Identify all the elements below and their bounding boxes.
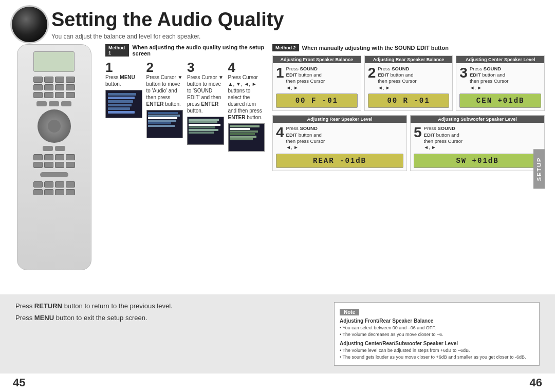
remote-btn	[44, 92, 53, 98]
remote-btn	[66, 84, 75, 90]
page-numbers: 45 46	[0, 374, 555, 392]
page-title: Setting the Audio Quality	[51, 9, 540, 31]
remote-btn	[66, 181, 75, 188]
remote-btn	[55, 181, 64, 188]
bottom-left: Press RETURN button to return to the pre…	[15, 302, 319, 366]
adjust-sub-level: Adjusting Subwoofer Speaker Level 5 Pres…	[410, 115, 545, 171]
adjust-rear-balance: Adjusting Rear Speaker Balance 2 Press S…	[364, 55, 453, 111]
remote-buttons-extra	[33, 181, 75, 195]
method1-section: Method 1 When adjusting the audio qualit…	[105, 44, 265, 294]
step-4: 4 Press Cursor ▲, ▼, ◄, ► buttons to sel…	[228, 61, 265, 152]
adjust-front-balance: Adjusting Front Speaker Balance 1 Press …	[272, 55, 361, 111]
step-2: 2 Press Cursor ▼ button to move to 'Audi…	[146, 61, 183, 152]
main-content: Method 1 When adjusting the audio qualit…	[0, 44, 555, 294]
remote-btn-sm	[55, 146, 65, 151]
step-2-m2: 2	[368, 66, 376, 80]
remote-btn	[55, 92, 64, 98]
bottom-adjust-grid: Adjusting Rear Speaker Level 4 Press SOU…	[272, 115, 545, 171]
method1-header: Method 1 When adjusting the audio qualit…	[105, 44, 265, 57]
note-bullet-2-1: • The volume level can be adjusted in st…	[340, 347, 534, 354]
note-title-1: Adjusting Front/Rear Speaker Balance	[340, 318, 534, 324]
remote-small-btn	[36, 101, 47, 106]
display-sub: SW +01dB	[414, 154, 541, 168]
step-1-m2: 1	[276, 66, 284, 80]
remote-btn	[55, 189, 64, 195]
remote-btn	[33, 189, 43, 195]
adjust-rear-level-header: Adjusting Rear Speaker Level	[273, 116, 406, 123]
step-4-screen	[228, 123, 265, 152]
method1-content: 1 Press MENU button.	[105, 61, 265, 152]
step-3-number: 3	[187, 60, 194, 75]
remote-btn	[55, 84, 64, 90]
adjust-sub-level-header: Adjusting Subwoofer Speaker Level	[411, 116, 544, 123]
bottom-area: Press RETURN button to return to the pre…	[0, 294, 555, 374]
remote-buttons-bottom	[33, 154, 75, 168]
adjust-center-level: Adjusting Center Speaker Level 3 Press S…	[456, 55, 545, 111]
page-header: Setting the Audio Quality You can adjust…	[0, 0, 555, 44]
remote-buttons-top	[33, 77, 75, 98]
adjust-center-level-header: Adjusting Center Speaker Level	[456, 56, 544, 63]
note-bullet-1-2: • The volume decreases as you move close…	[340, 331, 534, 338]
step-3-m2: 3	[459, 66, 468, 80]
remote-btn	[44, 162, 53, 168]
setup-tab: SETUP	[533, 150, 545, 189]
return-text: Press RETURN button to return to the pre…	[15, 302, 319, 310]
remote-btn	[66, 92, 75, 98]
remote-nav-center	[48, 120, 61, 133]
display-rear-bal: 00 R -01	[368, 94, 450, 108]
remote-btn	[33, 162, 43, 168]
methods-area: Method 1 When adjusting the audio qualit…	[105, 44, 545, 294]
step-1-number: 1	[105, 60, 113, 75]
logo	[10, 5, 49, 44]
page-num-right: 46	[530, 376, 542, 389]
step-5-m2: 5	[414, 125, 422, 140]
top-adjust-grid: Adjusting Front Speaker Balance 1 Press …	[272, 55, 545, 111]
remote-panel	[10, 44, 98, 294]
remote-btn	[66, 189, 75, 195]
method2-section: Method 2 When manually adjusting with th…	[272, 44, 545, 294]
adjust-front-balance-header: Adjusting Front Speaker Balance	[273, 56, 361, 63]
adjust-front-text: Press SOUNDEDIT button andthen press Cur…	[286, 66, 358, 91]
display-rear-level: REAR -01dB	[276, 154, 403, 168]
remote-btn	[44, 189, 53, 195]
adjust-rear-text: Press SOUNDEDIT button andthen press Cur…	[378, 66, 449, 91]
adjust-rear-level: Adjusting Rear Speaker Level 4 Press SOU…	[272, 115, 407, 171]
remote-image	[17, 44, 91, 270]
remote-btn-sm	[43, 146, 53, 151]
page-num-left: 45	[13, 376, 25, 389]
page: Setting the Audio Quality You can adjust…	[0, 0, 555, 392]
method2-header: Method 2 When manually adjusting with th…	[272, 44, 545, 51]
page-subtitle: You can adjust the balance and level for…	[51, 33, 540, 40]
remote-btn	[44, 154, 53, 160]
remote-btn	[55, 77, 64, 83]
remote-btn	[33, 92, 43, 98]
step-4-m2: 4	[276, 125, 284, 140]
remote-btn	[33, 181, 43, 188]
remote-btn	[44, 77, 53, 83]
note-bullet-2-2: • The sound gets louder as you move clos…	[340, 354, 534, 361]
remote-small-btn	[61, 101, 71, 106]
remote-row	[36, 101, 71, 106]
remote-btn	[66, 154, 75, 160]
note-header: Note	[340, 309, 359, 315]
remote-nav	[38, 109, 71, 143]
remote-btn	[33, 84, 43, 90]
step-2-number: 2	[146, 60, 154, 75]
remote-btn	[55, 162, 64, 168]
step-4-text: Press Cursor ▲, ▼, ◄, ► buttons to selec…	[228, 74, 265, 121]
remote-btn	[55, 154, 64, 160]
step-3-screen	[187, 117, 224, 145]
note-title-2: Adjusting Center/Rear/Subwoofer Speaker …	[340, 341, 534, 346]
method1-badge: Method 1	[105, 44, 129, 57]
remote-row2	[43, 146, 65, 151]
remote-btn	[66, 162, 75, 168]
step-1-screen	[105, 90, 142, 118]
step-2-screen	[146, 110, 183, 138]
adjust-center-text: Press SOUNDEDIT button andthen press Cur…	[470, 66, 541, 91]
method2-title: When manually adjusting with the SOUND E…	[302, 45, 449, 51]
method1-title: When adjusting the audio quality using t…	[132, 44, 265, 57]
display-front: 00 F -01	[276, 94, 358, 108]
step-3-text: Press Cursor ▼ button to move to 'SOUND …	[187, 74, 224, 114]
step-1: 1 Press MENU button.	[105, 61, 142, 152]
method2-badge: Method 2	[272, 44, 299, 51]
